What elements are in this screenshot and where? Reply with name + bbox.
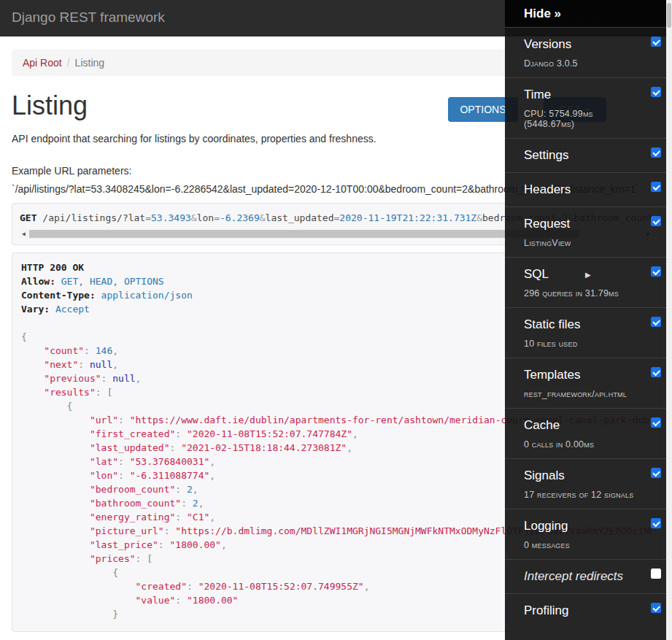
debug-panel-subtitle: ListingView: [524, 238, 642, 248]
code-token: ,: [347, 442, 352, 453]
panel-checkbox[interactable]: [651, 147, 661, 158]
code-token: ,: [352, 428, 358, 439]
code-token: :: [175, 484, 187, 495]
debug-panel-title[interactable]: Time: [524, 87, 551, 103]
code-token: [21, 498, 90, 509]
panel-checkbox[interactable]: [651, 417, 661, 428]
debug-toolbar: Hide » VersionsDjango 3.0.5TimeCPU: 5754…: [505, 0, 667, 640]
debug-panel-title[interactable]: Request: [524, 216, 570, 232]
code-token: [21, 470, 90, 481]
code-token: [21, 359, 44, 370]
debug-panel-profiling[interactable]: Profiling: [505, 593, 667, 628]
debug-panel-versions[interactable]: VersionsDjango 3.0.5: [505, 28, 667, 77]
debug-panel-title[interactable]: Signals: [524, 468, 565, 484]
code-token: ,: [136, 373, 142, 384]
code-token: :: [175, 512, 187, 523]
panel-checkbox[interactable]: [651, 317, 661, 327]
code-token: "prices": [90, 553, 136, 564]
code-token: ,: [209, 512, 215, 523]
panel-checkbox[interactable]: [651, 518, 661, 528]
debug-panel-title[interactable]: Templates: [524, 367, 580, 383]
scroll-left-icon[interactable]: ◀: [20, 230, 28, 238]
code-token: :: [78, 359, 90, 370]
debug-panel-title[interactable]: Cache: [524, 417, 560, 433]
code-token: :: [118, 456, 130, 467]
code-token: ,: [112, 359, 118, 370]
code-token: [21, 428, 90, 439]
debug-panel-title[interactable]: Static files: [524, 317, 580, 333]
debug-panel-sql[interactable]: SQL▶296 queries in 31.79ms: [505, 257, 667, 307]
debug-panel-title[interactable]: Headers: [524, 182, 571, 198]
code-token: [21, 484, 90, 495]
code-token: "last_price": [90, 539, 158, 550]
debug-panel-title[interactable]: Profiling: [524, 603, 568, 619]
debug-panel-subtitle: 296 queries in 31.79ms: [524, 288, 642, 298]
code-token: [21, 553, 90, 564]
code-token: "last_updated": [90, 442, 170, 453]
debug-panel-signals[interactable]: Signals17 receivers of 12 signals: [505, 458, 667, 509]
debug-panel-title[interactable]: Settings: [524, 147, 568, 163]
debug-panel-headers[interactable]: Headers: [505, 172, 667, 207]
code-token: "lat": [90, 456, 118, 467]
debug-panel-intercept-redirects[interactable]: Intercept redirects: [505, 559, 667, 593]
panel-checkbox[interactable]: [651, 568, 661, 579]
code-token: [21, 512, 90, 523]
code-token: 146: [96, 345, 112, 356]
panel-checkbox[interactable]: [651, 468, 661, 478]
debug-panel-logging[interactable]: Logging0 messages: [505, 509, 667, 559]
debug-panel-static-files[interactable]: Static files10 files used: [505, 307, 667, 358]
code-token: [21, 581, 136, 592]
code-token: "picture_url": [90, 525, 164, 536]
debug-panel-time[interactable]: TimeCPU: 5754.99ms (5448.67ms): [505, 77, 667, 138]
code-token: [21, 345, 44, 356]
code-token: "previous": [44, 373, 101, 384]
debug-panel-title[interactable]: Versions: [524, 36, 571, 53]
panel-checkbox[interactable]: [651, 603, 661, 613]
breadcrumb-api-root-link[interactable]: Api Root: [23, 57, 62, 69]
code-token: lon: [197, 212, 214, 223]
vertical-scrollbar[interactable]: [666, 0, 672, 640]
example-parameters-label: Example URL parameters:: [12, 165, 131, 177]
code-token: null: [90, 359, 112, 370]
code-token: :: [118, 470, 130, 481]
debug-panel-cache[interactable]: Cache0 calls in 0.00ms: [505, 408, 667, 458]
debug-panel-templates[interactable]: Templatesrest_framework/api.html: [505, 358, 667, 408]
debug-panel-request[interactable]: RequestListingView: [505, 207, 667, 257]
code-token: HTTP 200 OK: [21, 262, 84, 273]
horizontal-scrollbar-thumb[interactable]: [29, 230, 579, 238]
code-token: [21, 442, 90, 453]
debug-panel-title[interactable]: SQL: [524, 266, 549, 282]
code-token: &: [476, 212, 482, 223]
code-token: "bathroom_count": [90, 498, 181, 509]
code-token: [21, 525, 90, 536]
code-token: }: [21, 609, 118, 620]
code-token: "count": [44, 345, 84, 356]
code-token: GET, HEAD, OPTIONS: [55, 276, 164, 287]
panel-checkbox[interactable]: [651, 182, 661, 192]
debug-panel-title[interactable]: Intercept redirects: [524, 568, 623, 585]
code-token: ,: [221, 539, 227, 550]
debug-panel-title[interactable]: Logging: [524, 518, 568, 534]
code-token: ,: [209, 456, 215, 467]
debug-toolbar-panel-list: VersionsDjango 3.0.5TimeCPU: 5754.99ms (…: [505, 28, 667, 628]
code-token: Content-Type:: [21, 290, 96, 301]
code-token: "53.376840031": [130, 456, 210, 467]
code-token: "bedroom_count": [90, 484, 175, 495]
code-token: "energy_rating": [90, 512, 175, 523]
code-token: Allow:: [21, 276, 55, 287]
code-token: :: [84, 345, 96, 356]
debug-panel-settings[interactable]: Settings: [505, 138, 667, 172]
panel-checkbox[interactable]: [651, 216, 661, 226]
panel-checkbox[interactable]: [651, 266, 661, 277]
panel-checkbox[interactable]: [651, 36, 661, 47]
panel-checkbox[interactable]: [651, 367, 661, 377]
vertical-scrollbar-thumb[interactable]: [667, 3, 671, 28]
panel-checkbox[interactable]: [651, 87, 661, 97]
brand-title[interactable]: Django REST framework: [12, 9, 165, 26]
code-token: :: [101, 373, 113, 384]
expand-arrow-icon: ▶: [585, 271, 591, 279]
debug-toolbar-hide-button[interactable]: Hide »: [505, 0, 667, 28]
code-token: :: [175, 428, 187, 439]
code-token: 2020-11-19T21:22:31.731Z: [339, 212, 476, 223]
code-token: [21, 415, 90, 425]
